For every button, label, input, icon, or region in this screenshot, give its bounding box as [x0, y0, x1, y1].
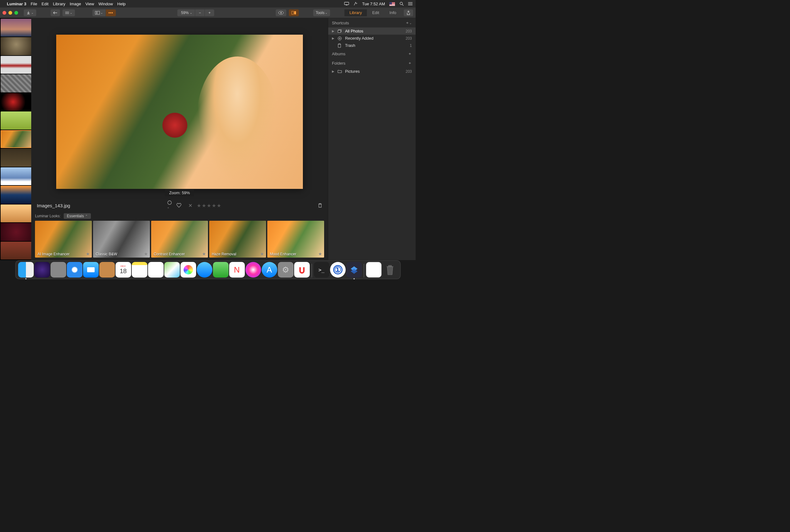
- canvas-area[interactable]: Zoom: 59%: [31, 18, 328, 199]
- add-shortcut-button[interactable]: ＋⌄: [405, 20, 412, 25]
- favorite-button[interactable]: [176, 203, 182, 208]
- share-button[interactable]: [404, 10, 413, 16]
- star-icon[interactable]: ★: [217, 203, 221, 209]
- menu-image[interactable]: Image: [70, 2, 81, 6]
- sidebar-item-all-photos[interactable]: ▶ All Photos 203: [328, 27, 416, 35]
- rating-stars[interactable]: ★ ★ ★ ★ ★: [197, 203, 221, 209]
- look-favorite-icon[interactable]: ★: [144, 251, 148, 256]
- dock-mail[interactable]: [83, 262, 99, 278]
- looks-category-dropdown[interactable]: Essentials ⌃: [64, 213, 91, 219]
- tab-info[interactable]: Info: [384, 10, 401, 16]
- back-button[interactable]: [51, 10, 60, 16]
- flag-button[interactable]: ⌃: [167, 200, 172, 211]
- dock-reminders[interactable]: [148, 262, 164, 278]
- thumbnail[interactable]: [1, 223, 31, 241]
- look-favorite-icon[interactable]: ★: [318, 251, 322, 256]
- import-button[interactable]: ⌄: [24, 10, 36, 16]
- look-preset[interactable]: Classic B&W ★: [93, 221, 150, 258]
- sidebar-item-trash[interactable]: ▶ Trash 1: [328, 42, 416, 49]
- add-folder-button[interactable]: ＋: [408, 60, 412, 66]
- star-icon[interactable]: ★: [212, 203, 216, 209]
- compare-button[interactable]: [289, 10, 299, 16]
- thumbnail[interactable]: [1, 186, 31, 204]
- dock-safari[interactable]: [67, 262, 82, 278]
- thumbnail[interactable]: [1, 205, 31, 222]
- dock-notes[interactable]: [132, 262, 147, 278]
- dock-news[interactable]: N: [229, 262, 245, 278]
- dock-facetime[interactable]: [213, 262, 229, 278]
- dock-system-preferences[interactable]: ⚙: [278, 262, 294, 278]
- dock-itunes[interactable]: [245, 262, 261, 278]
- disclosure-icon[interactable]: ▶: [332, 29, 335, 33]
- look-favorite-icon[interactable]: ★: [202, 251, 206, 256]
- menubar-clock[interactable]: Tue 7:52 AM: [362, 2, 385, 6]
- menu-library[interactable]: Library: [53, 2, 65, 6]
- add-album-button[interactable]: ＋: [408, 51, 412, 57]
- menu-view[interactable]: View: [85, 2, 94, 6]
- star-icon[interactable]: ★: [202, 203, 206, 209]
- dock-launchpad[interactable]: [51, 262, 66, 278]
- thumbnail[interactable]: [1, 242, 31, 260]
- look-preset[interactable]: Contrast Enhancer ★: [151, 221, 208, 258]
- thumbnail[interactable]: [1, 37, 31, 55]
- thumbnail[interactable]: [1, 149, 31, 166]
- quick-preview-button[interactable]: [276, 10, 286, 16]
- look-favorite-icon[interactable]: ★: [260, 251, 264, 256]
- close-window-button[interactable]: [2, 11, 6, 15]
- dock-document[interactable]: [366, 262, 381, 278]
- sidebar-item-recently-added[interactable]: ▶ Recently Added 203: [328, 35, 416, 42]
- spotlight-icon[interactable]: [399, 2, 404, 6]
- thumbnail[interactable]: [1, 167, 31, 185]
- main-image[interactable]: [56, 35, 303, 189]
- tab-edit[interactable]: Edit: [367, 10, 384, 16]
- minimize-window-button[interactable]: [8, 11, 12, 15]
- dock-luminar[interactable]: [346, 262, 362, 278]
- look-preset[interactable]: AI Image Enhancer ★: [35, 221, 92, 258]
- thumbnail[interactable]: [1, 19, 31, 37]
- dock-magnet[interactable]: [294, 262, 310, 278]
- thumbnail-selected[interactable]: [1, 130, 31, 148]
- app-name[interactable]: Luminar 3: [7, 2, 26, 6]
- thumbnail[interactable]: [1, 74, 31, 92]
- status-icon[interactable]: [354, 2, 358, 6]
- star-icon[interactable]: ★: [197, 203, 201, 209]
- star-icon[interactable]: ★: [207, 203, 211, 209]
- thumbnail[interactable]: [1, 93, 31, 111]
- dock-contacts[interactable]: [99, 262, 115, 278]
- dock-trash[interactable]: [382, 262, 398, 278]
- sidebar-item-pictures[interactable]: ▶ Pictures 203: [328, 68, 416, 75]
- dock-messages[interactable]: [197, 262, 212, 278]
- dock-1password[interactable]: ①: [330, 262, 346, 278]
- zoom-out-button[interactable]: −: [195, 10, 205, 16]
- airplay-icon[interactable]: [344, 2, 349, 6]
- menu-file[interactable]: File: [31, 2, 37, 6]
- filmstrip-view-button[interactable]: [106, 10, 116, 16]
- zoom-level-dropdown[interactable]: 59% ⌄: [177, 10, 195, 16]
- menu-help[interactable]: Help: [117, 2, 126, 6]
- notification-center-icon[interactable]: [408, 2, 413, 6]
- zoom-in-button[interactable]: +: [205, 10, 214, 16]
- look-favorite-icon[interactable]: ★: [86, 251, 90, 256]
- delete-button[interactable]: [318, 203, 322, 208]
- dock-finder[interactable]: [18, 262, 34, 278]
- single-view-button[interactable]: ⌄: [92, 10, 106, 16]
- thumbnail[interactable]: [1, 112, 31, 129]
- tools-dropdown[interactable]: Tools ⌄: [313, 10, 330, 16]
- filmstrip[interactable]: [0, 18, 31, 260]
- dock-calendar[interactable]: DEC 18: [115, 262, 131, 278]
- dock-photos[interactable]: [181, 262, 196, 278]
- tab-library[interactable]: Library: [344, 10, 367, 16]
- view-options-button[interactable]: ⌄: [62, 10, 75, 16]
- reject-button[interactable]: ✕: [188, 203, 192, 209]
- disclosure-icon[interactable]: ▶: [332, 70, 335, 73]
- fullscreen-window-button[interactable]: [14, 11, 18, 15]
- thumbnail[interactable]: [1, 56, 31, 74]
- input-language-flag[interactable]: [389, 2, 395, 6]
- menu-edit[interactable]: Edit: [41, 2, 49, 6]
- dock-siri[interactable]: [34, 262, 50, 278]
- look-preset[interactable]: Haze Removal ★: [209, 221, 266, 258]
- dock-terminal[interactable]: >_: [314, 262, 330, 278]
- menu-window[interactable]: Window: [98, 2, 113, 6]
- look-preset[interactable]: Mood Enhancer ★: [267, 221, 324, 258]
- dock-maps[interactable]: [164, 262, 180, 278]
